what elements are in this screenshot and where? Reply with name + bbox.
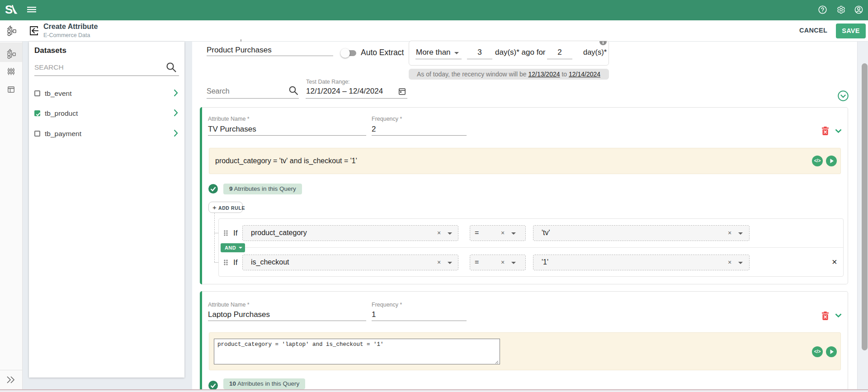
svg-text:S: S <box>5 4 13 15</box>
